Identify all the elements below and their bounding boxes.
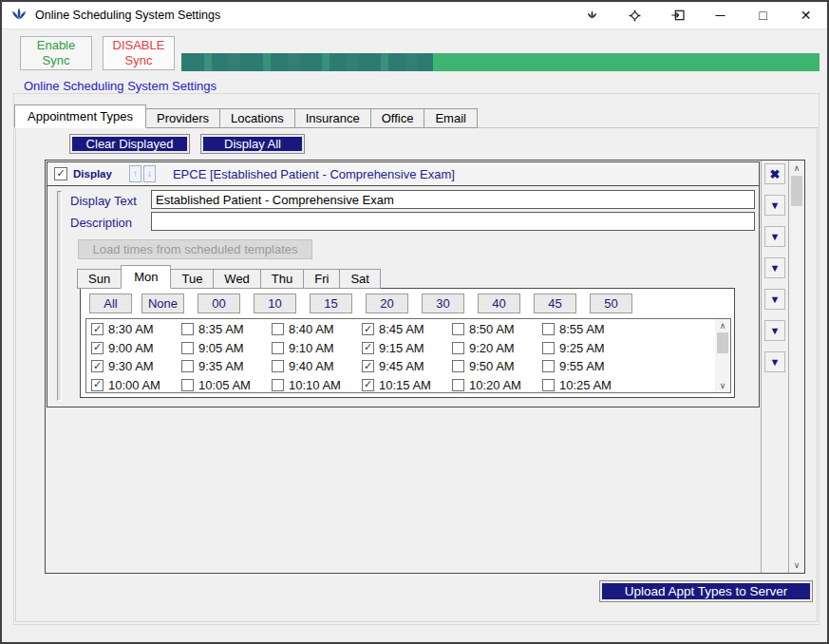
time-grid-scrollbar[interactable]: ∧ ∨ xyxy=(715,319,730,392)
time-slot[interactable]: 10:05 AM xyxy=(181,378,272,392)
unchecked-checkbox[interactable] xyxy=(452,360,464,372)
checked-checkbox[interactable] xyxy=(91,342,104,354)
time-slot[interactable]: 9:40 AM xyxy=(272,359,362,373)
filter-50-button[interactable]: 50 xyxy=(590,294,632,313)
move-down-button[interactable]: ▼ xyxy=(764,257,785,278)
move-down-button[interactable]: ▼ xyxy=(764,226,785,247)
unchecked-checkbox[interactable] xyxy=(542,323,555,335)
tab-locations[interactable]: Locations xyxy=(219,108,295,128)
checked-checkbox[interactable] xyxy=(91,379,104,391)
upload-appt-types-button[interactable]: Upload Appt Types to Server xyxy=(599,580,813,602)
scrollbar-thumb[interactable] xyxy=(791,176,802,206)
filter-none-button[interactable]: None xyxy=(141,294,184,313)
filter-00-button[interactable]: 00 xyxy=(198,294,240,313)
unchecked-checkbox[interactable] xyxy=(272,323,284,335)
unchecked-checkbox[interactable] xyxy=(542,360,555,372)
tab-appointment-types[interactable]: Appointment Types xyxy=(14,104,146,128)
disable-sync-button[interactable]: DISABLE Sync xyxy=(103,36,175,70)
unchecked-checkbox[interactable] xyxy=(181,342,194,354)
description-input[interactable] xyxy=(151,212,755,231)
time-slot[interactable]: 8:45 AM xyxy=(362,322,452,336)
scroll-down-icon[interactable]: ∨ xyxy=(789,558,804,573)
time-slot[interactable]: 9:15 AM xyxy=(362,341,452,355)
time-slot[interactable]: 9:35 AM xyxy=(181,359,272,373)
move-up-button[interactable]: ↑ xyxy=(129,165,141,182)
unchecked-checkbox[interactable] xyxy=(452,379,464,391)
time-slot[interactable]: 10:00 AM xyxy=(91,378,181,392)
time-slot[interactable]: 9:50 AM xyxy=(452,359,542,373)
import-window-button[interactable] xyxy=(656,2,699,28)
checked-checkbox[interactable] xyxy=(91,323,104,335)
unchecked-checkbox[interactable] xyxy=(542,379,555,391)
scroll-down-icon[interactable]: ∨ xyxy=(715,379,730,392)
filter-30-button[interactable]: 30 xyxy=(422,294,464,313)
day-tab-wed[interactable]: Wed xyxy=(213,269,261,289)
day-tab-sun[interactable]: Sun xyxy=(77,269,122,289)
time-slot[interactable]: 8:55 AM xyxy=(542,322,632,336)
time-slot[interactable]: 10:25 AM xyxy=(542,378,632,392)
unchecked-checkbox[interactable] xyxy=(272,360,284,372)
time-slot[interactable]: 9:05 AM xyxy=(181,341,272,355)
time-slot[interactable]: 10:10 AM xyxy=(272,378,362,392)
time-slot[interactable]: 10:15 AM xyxy=(362,378,452,392)
move-down-small-button[interactable]: ↓ xyxy=(143,165,156,182)
checked-checkbox[interactable] xyxy=(362,323,374,335)
display-text-input[interactable] xyxy=(151,190,755,209)
unchecked-checkbox[interactable] xyxy=(181,379,194,391)
filter-45-button[interactable]: 45 xyxy=(534,294,576,313)
time-slot[interactable]: 9:30 AM xyxy=(91,359,181,373)
filter-20-button[interactable]: 20 xyxy=(366,294,408,313)
time-slot[interactable]: 9:25 AM xyxy=(542,341,632,355)
unchecked-checkbox[interactable] xyxy=(542,342,555,354)
checked-checkbox[interactable] xyxy=(362,379,374,391)
load-times-button[interactable]: Load times from scheduled templates xyxy=(78,239,312,259)
clear-displayed-button[interactable]: Clear Displayed xyxy=(69,134,190,154)
filter-10-button[interactable]: 10 xyxy=(254,294,296,313)
day-tab-mon[interactable]: Mon xyxy=(121,265,171,289)
scroll-up-icon[interactable]: ∧ xyxy=(789,161,804,176)
day-tab-tue[interactable]: Tue xyxy=(170,269,214,289)
time-slot[interactable]: 9:20 AM xyxy=(452,341,542,355)
move-down-button[interactable]: ▼ xyxy=(764,195,785,216)
tab-email[interactable]: Email xyxy=(424,108,478,128)
checked-checkbox[interactable] xyxy=(362,342,374,354)
scrollbar-thumb[interactable] xyxy=(717,332,728,353)
unchecked-checkbox[interactable] xyxy=(452,323,464,335)
time-slot[interactable]: 8:50 AM xyxy=(452,322,542,336)
filter-15-button[interactable]: 15 xyxy=(310,294,352,313)
enable-sync-button[interactable]: Enable Sync xyxy=(20,36,92,70)
time-slot[interactable]: 9:10 AM xyxy=(272,341,362,355)
filter-all-button[interactable]: All xyxy=(89,294,132,313)
time-slot[interactable]: 8:40 AM xyxy=(272,322,362,336)
move-down-button[interactable]: ▼ xyxy=(764,351,785,372)
bird-tool-button[interactable] xyxy=(571,2,613,28)
time-slot[interactable]: 9:55 AM xyxy=(542,359,632,373)
day-tab-fri[interactable]: Fri xyxy=(303,269,340,289)
minimize-button[interactable]: ─ xyxy=(699,2,742,28)
move-down-button[interactable]: ▼ xyxy=(764,289,785,310)
display-all-button[interactable]: Display All xyxy=(200,134,305,154)
time-slot[interactable]: 9:00 AM xyxy=(91,341,181,355)
tab-providers[interactable]: Providers xyxy=(145,108,220,128)
maximize-button[interactable]: □ xyxy=(742,2,784,28)
display-checkbox[interactable] xyxy=(54,167,67,180)
unchecked-checkbox[interactable] xyxy=(181,323,194,335)
time-slot[interactable]: 9:45 AM xyxy=(362,359,452,373)
unchecked-checkbox[interactable] xyxy=(181,360,194,372)
delete-item-button[interactable]: ✖ xyxy=(764,163,785,184)
filter-40-button[interactable]: 40 xyxy=(478,294,520,313)
scroll-up-icon[interactable]: ∧ xyxy=(715,319,730,332)
day-tab-sat[interactable]: Sat xyxy=(339,269,381,289)
day-tab-thu[interactable]: Thu xyxy=(260,269,304,289)
close-button[interactable]: ✕ xyxy=(784,2,827,28)
move-down-button[interactable]: ▼ xyxy=(764,320,785,341)
time-slot[interactable]: 10:20 AM xyxy=(452,378,542,392)
checked-checkbox[interactable] xyxy=(362,360,374,372)
time-slot[interactable]: 8:35 AM xyxy=(181,322,272,336)
tab-insurance[interactable]: Insurance xyxy=(294,108,371,128)
unchecked-checkbox[interactable] xyxy=(452,342,464,354)
tab-office[interactable]: Office xyxy=(370,108,425,128)
checked-checkbox[interactable] xyxy=(91,360,104,372)
diamond-target-button[interactable] xyxy=(613,2,656,28)
list-scrollbar[interactable]: ∧ ∨ xyxy=(789,161,804,573)
